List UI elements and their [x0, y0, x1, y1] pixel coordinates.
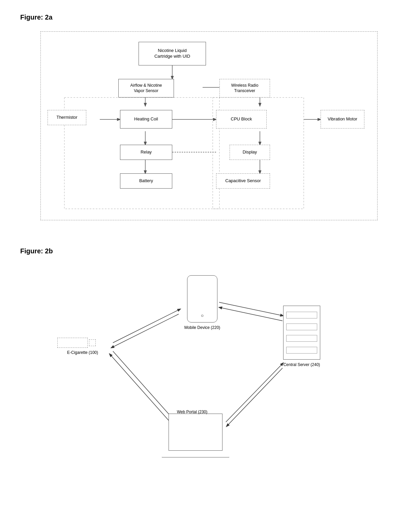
- central-server-label: Central Server (240): [276, 362, 327, 367]
- nicotine-cartridge-label: Nicotine Liquid Cartridge with UID: [154, 48, 190, 59]
- wireless-radio-block: Wireless Radio Transceiver: [219, 79, 270, 97]
- airflow-sensor-label: Airflow & Nicotine Vapor Sensor: [130, 83, 162, 93]
- central-server: [283, 306, 320, 360]
- relay-block: Relay: [120, 145, 172, 160]
- svg-line-21: [227, 368, 282, 426]
- svg-line-14: [113, 309, 180, 343]
- vibration-motor-label: Vibration Motor: [328, 116, 357, 122]
- figure-2b: Figure: 2b: [20, 247, 398, 501]
- server-row-1: [286, 312, 317, 318]
- vibration-motor-block: Vibration Motor: [321, 110, 364, 129]
- battery-label: Battery: [139, 178, 153, 184]
- laptop-screen: [169, 414, 222, 451]
- capacitive-sensor-label: Capacitive Sensor: [225, 178, 261, 184]
- svg-line-19: [219, 307, 282, 321]
- thermistor-label: Thermistor: [56, 115, 77, 120]
- mobile-device: [187, 275, 217, 323]
- cpu-block-label: CPU Block: [231, 116, 252, 122]
- ecig-body: [57, 338, 88, 348]
- nicotine-cartridge-block: Nicotine Liquid Cartridge with UID: [139, 42, 206, 65]
- svg-line-15: [111, 314, 179, 348]
- web-portal: [162, 414, 229, 457]
- figure-2a: Figure: 2a: [20, 13, 398, 220]
- relay-label: Relay: [141, 149, 152, 155]
- ecigarette-label: E-Cigarette (100): [57, 350, 108, 355]
- block-diagram: Nicotine Liquid Cartridge with UID Airfl…: [40, 31, 378, 220]
- network-diagram: E-Cigarette (100) Mobile Device (220) Ce…: [40, 265, 378, 501]
- display-label: Display: [243, 149, 257, 155]
- wireless-radio-label: Wireless Radio Transceiver: [231, 83, 259, 93]
- ecigarette-device: [57, 338, 96, 348]
- server-row-3: [286, 335, 317, 342]
- thermistor-block: Thermistor: [48, 110, 86, 125]
- mobile-device-label: Mobile Device (220): [172, 325, 233, 330]
- display-block: Display: [230, 145, 270, 160]
- laptop-base: [162, 451, 229, 457]
- airflow-sensor-block: Airflow & Nicotine Vapor Sensor: [118, 79, 174, 97]
- heating-coil-label: Heating Coil: [134, 116, 158, 122]
- capacitive-sensor-block: Capacitive Sensor: [216, 173, 270, 189]
- cpu-block: CPU Block: [216, 110, 267, 129]
- ecig-tip: [89, 339, 96, 346]
- web-portal-label: Web Portal (230): [162, 410, 222, 414]
- figure-2b-title: Figure: 2b: [20, 247, 398, 255]
- server-row-4: [286, 347, 317, 354]
- server-row-2: [286, 324, 317, 330]
- heating-coil-block: Heating Coil: [120, 110, 172, 129]
- battery-block: Battery: [120, 173, 172, 189]
- svg-line-20: [226, 363, 283, 422]
- figure-2a-title: Figure: 2a: [20, 13, 398, 21]
- svg-line-18: [219, 302, 283, 316]
